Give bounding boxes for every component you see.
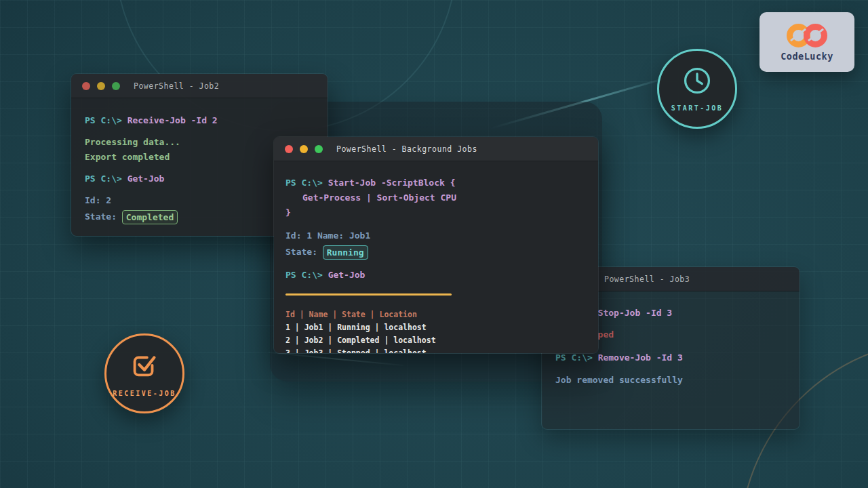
badge-start-job: START-JOB xyxy=(657,49,737,129)
state-label: State: xyxy=(285,247,323,257)
state-badge: Running xyxy=(323,245,368,260)
terminal-line: PS C:\> Receive-Job -Id 2 xyxy=(85,113,314,128)
output-text: Job removed successfully xyxy=(555,373,786,388)
divider-line xyxy=(285,293,452,296)
badge-label: RECEIVE-JOB xyxy=(113,390,176,397)
titlebar: PowerShell - Background Jobs xyxy=(274,137,598,161)
illustration-canvas: PowerShell - Job3 PS C:\> Stop-Job -Id 3… xyxy=(0,0,868,488)
prompt-text: PS C:\> xyxy=(85,115,127,125)
state-label: State: xyxy=(85,211,122,222)
window-title: PowerShell - Job2 xyxy=(134,81,219,91)
terminal-line: PS C:\> Start-Job -ScriptBlock { xyxy=(285,176,587,190)
window-powershell-background-jobs: PowerShell - Background Jobs PS C:\> Sta… xyxy=(273,136,599,354)
prompt-text: PS C:\> xyxy=(85,174,127,184)
command-text: Get-Process | Sort-Object CPU xyxy=(285,190,587,205)
state-line: State: Running xyxy=(285,243,587,261)
window-title: PowerShell - Job3 xyxy=(604,274,690,284)
brand-card: CodeLucky xyxy=(760,12,854,72)
badge-receive-job: RECEIVE-JOB xyxy=(104,333,184,413)
output-text: Id: 1 Name: Job1 xyxy=(285,228,587,243)
prompt-text: PS C:\> xyxy=(555,352,598,363)
close-button[interactable] xyxy=(82,82,90,90)
minimize-button[interactable] xyxy=(300,145,308,153)
jobs-table-row: 2 | Job2 | Completed | localhost xyxy=(285,334,587,347)
command-text: Remove-Job -Id 3 xyxy=(598,352,683,363)
command-text: Get-Job xyxy=(127,174,165,184)
command-text: Start-Job -ScriptBlock { xyxy=(328,178,456,188)
minimize-button[interactable] xyxy=(97,82,105,90)
command-text: Get-Job xyxy=(328,270,366,280)
titlebar: PowerShell - Job2 xyxy=(71,74,328,98)
window-title: PowerShell - Background Jobs xyxy=(336,144,477,154)
jobs-table-row: 1 | Job1 | Running | localhost xyxy=(285,321,587,334)
prompt-text: PS C:\> xyxy=(285,178,328,188)
terminal-content: PS C:\> Start-Job -ScriptBlock { Get-Pro… xyxy=(274,161,598,353)
state-badge: Completed xyxy=(122,210,178,224)
maximize-button[interactable] xyxy=(315,145,323,153)
checkbox-check-icon xyxy=(129,350,160,384)
command-text: Receive-Job -Id 2 xyxy=(127,115,218,125)
jobs-table-row: 3 | Job3 | Stopped | localhost xyxy=(285,347,587,354)
command-text: Stop-Job -Id 3 xyxy=(598,308,673,318)
prompt-text: PS C:\> xyxy=(285,270,328,280)
jobs-table-header: Id | Name | State | Location xyxy=(285,308,587,321)
brand-name: CodeLucky xyxy=(781,51,833,62)
badge-label: START-JOB xyxy=(671,104,724,112)
close-button[interactable] xyxy=(285,145,293,153)
maximize-button[interactable] xyxy=(112,82,120,90)
terminal-line: PS C:\> Get-Job xyxy=(285,268,587,283)
command-text: } xyxy=(285,205,587,220)
infinity-logo xyxy=(787,23,827,49)
clock-icon xyxy=(682,66,712,98)
